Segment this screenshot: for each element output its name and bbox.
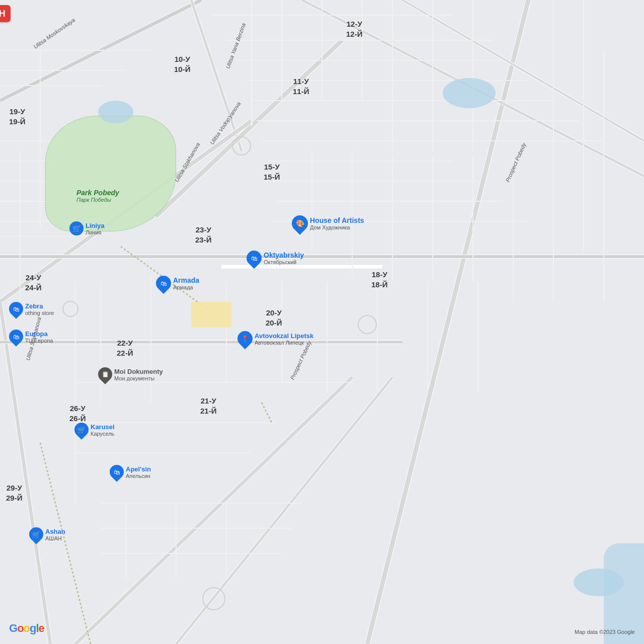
zebra-poi[interactable]: 🛍 Zebra othing store [9,302,54,316]
road-network [0,0,644,644]
oktyabrskiy-label: Oktyabrskiy Октябрьский [264,251,304,265]
google-logo: Google [9,622,44,635]
district-20: 20-У 20-Й [266,308,282,328]
district-15: 15-У 15-Й [264,162,280,182]
apelsin-poi[interactable]: 🛍 Apel'sin Апельсин [110,465,151,479]
hospital-icon: H [0,5,11,22]
ashan-icon: 🛒 [26,524,46,544]
karusel-icon: 🛒 [71,420,92,440]
liniya-label: Liniya Линия [86,222,105,235]
karusel-label: Karusel Карусель [91,423,115,437]
park-area [45,116,176,231]
armada-icon: 🛍 [153,273,174,294]
house-of-artists-poi[interactable]: 🎨 House of Artists Дом Художника [292,215,364,231]
armada-poi[interactable]: 🛍 Armada Армада [156,276,199,291]
ashan-poi[interactable]: 🛒 Ashan АШАН [29,527,65,541]
hospital-marker[interactable]: H ая ица [0,5,10,22]
europa-poi[interactable]: 🛍 Europa ТЦ Европа [9,330,53,344]
moi-dokumenty-poi[interactable]: 📋 Moi Dokumenty Мои документы [98,367,163,381]
district-19: 19-У 19-Й [9,107,25,126]
district-26: 26-У 26-Й [69,404,86,423]
europa-label: Europa ТЦ Европа [25,330,53,344]
pond-1 [98,101,133,123]
avtovokzal-poi[interactable]: 📍 Avtovokzal Lipetsk Автовокзал Липецк [237,331,313,346]
district-22: 22-У 22-Й [117,338,133,358]
armada-label: Armada Армада [173,276,199,290]
map-container[interactable]: 12-У 12-Й 10-У 10-Й 11-У 11-Й 19-У 19-Й … [0,0,644,644]
oktyabrskiy-poi[interactable]: 🛍 Oktyabrskiy Октябрьский [247,251,304,266]
liniya-poi[interactable]: 🛒 Liniya Линия [69,221,105,235]
ashan-label: Ashan АШАН [45,528,65,541]
district-18: 18-У 18-Й [371,270,387,289]
armada-building [191,302,231,327]
house-of-artists-icon: 🎨 [288,212,311,234]
apelsin-label: Apel'sin Апельсин [126,465,151,479]
avtovokzal-icon: 📍 [234,328,256,349]
moi-dokumenty-icon: 📋 [95,364,115,384]
park-pobedy-label: Park Pobedy Парк Победы [76,189,119,203]
pond-2 [443,78,496,108]
district-29: 29-У 29-Й [6,483,22,503]
zebra-label: Zebra othing store [25,302,54,316]
district-24: 24-У 24-Й [25,273,41,292]
liniya-icon: 🛒 [69,221,84,235]
district-12: 12-У 12-Й [346,19,362,39]
map-data-label: Map data ©2023 Google [575,629,635,635]
karusel-poi[interactable]: 🛒 Karusel Карусель [74,423,115,437]
zebra-icon: 🛍 [6,299,26,319]
district-11: 11-У 11-Й [293,76,309,96]
oktyabrskiy-icon: 🛍 [244,248,265,269]
house-of-artists-label: House of Artists Дом Художника [310,216,364,230]
moi-dokumenty-label: Moi Dokumenty Мои документы [114,368,163,381]
district-21: 21-У 21-Й [200,396,216,416]
apelsin-icon: 🛍 [107,462,127,482]
district-10: 10-У 10-Й [174,54,190,74]
district-23: 23-У 23-Й [195,225,211,245]
avtovokzal-label: Avtovokzal Lipetsk Автовокзал Липецк [255,332,313,346]
europa-icon: 🛍 [6,327,26,347]
